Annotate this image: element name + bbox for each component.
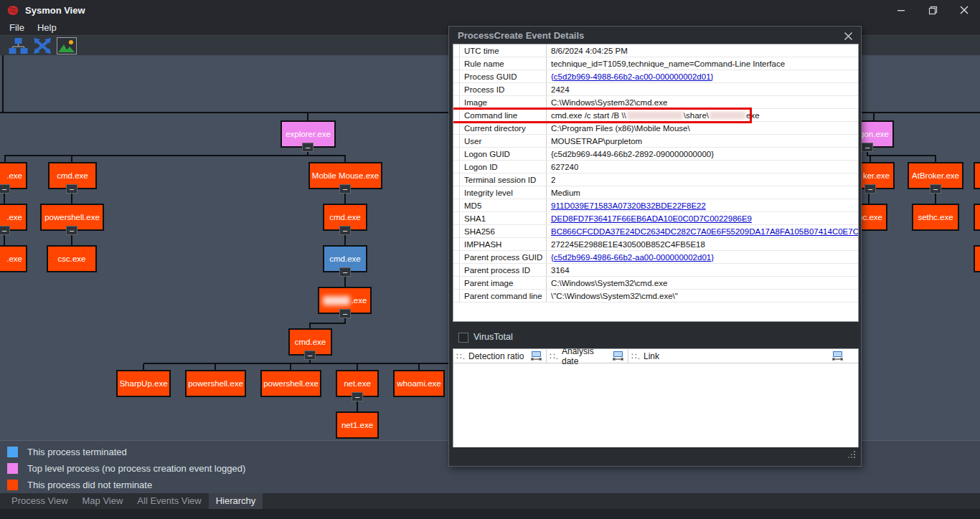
detail-field-value: 911D039E71583A07320B32BDE22F8E22 (547, 201, 706, 210)
process-node-sethc-exe[interactable]: sethc.exe (912, 204, 959, 231)
row-header-cell (453, 199, 460, 211)
collapse-toggle[interactable]: – (66, 226, 77, 235)
menu-item-file[interactable]: File (3, 21, 31, 34)
collapse-toggle[interactable]: – (862, 143, 873, 152)
process-node-sharpup-exe[interactable]: SharpUp.exe (116, 370, 171, 397)
legend-item-label: This process terminated (27, 447, 127, 457)
detail-row-rule-name: Rule nametechnique_id=T1059,technique_na… (453, 57, 858, 70)
legend-color-swatch (7, 480, 18, 490)
tab-process-view[interactable]: Process View (4, 493, 75, 509)
tree-connector-line (4, 155, 346, 156)
detail-field-value: {c5d2b969-4986-66b2-aa00-000000002d01} (547, 253, 714, 262)
column-resize-icon[interactable] (530, 351, 542, 361)
collapse-toggle[interactable]: – (930, 184, 941, 194)
detail-value-link[interactable]: {c5d2b969-4988-66b2-ac00-000000002d01} (551, 72, 713, 81)
collapse-toggle[interactable]: – (0, 226, 10, 235)
row-header-cell (453, 70, 460, 82)
detail-field-value: 2 (547, 176, 555, 184)
virustotal-checkbox[interactable] (458, 333, 468, 343)
column-resize-icon[interactable] (831, 351, 844, 361)
virustotal-grid-header: ∷.Detection ratio∷.Analysis date∷.Link (453, 349, 858, 363)
virustotal-label: VirusTotal (473, 332, 513, 342)
process-node-csc-exe[interactable]: csc.exe (47, 245, 97, 272)
collapse-toggle[interactable]: – (864, 184, 876, 194)
detail-field-value: 3164 (547, 266, 570, 275)
collapse-toggle[interactable]: – (339, 184, 351, 194)
tree-connector-line (418, 364, 420, 370)
process-node-powershell-exe[interactable]: powershell.exe (260, 370, 321, 397)
close-button[interactable] (948, 0, 980, 20)
image-export-icon[interactable] (57, 37, 77, 54)
expand-arrows-icon[interactable] (33, 37, 52, 54)
tree-connector-line (935, 156, 936, 162)
detail-field-name: UTC time (460, 44, 547, 57)
detail-field-name: Parent process ID (460, 264, 547, 276)
process-node-partial[interactable] (974, 245, 980, 272)
detail-field-name: User (460, 135, 547, 147)
maximize-button[interactable] (917, 0, 948, 20)
tree-connector-line (290, 364, 291, 370)
collapse-toggle[interactable]: – (304, 351, 316, 360)
legend-item-label: This process did not terminate (27, 480, 152, 490)
minimize-button[interactable] (885, 0, 917, 20)
vt-column-detection-ratio[interactable]: ∷.Detection ratio (453, 349, 547, 363)
tab-hierarchy[interactable]: Hierarchy (209, 493, 263, 509)
menu-item-help[interactable]: Help (31, 21, 63, 34)
collapse-toggle[interactable]: – (302, 143, 314, 152)
detail-row-parent-command-line: Parent command line\"C:\Windows\System32… (453, 290, 858, 303)
hierarchy-view-icon[interactable] (9, 37, 28, 54)
status-strip (0, 509, 980, 519)
process-node-label: .exe (352, 296, 367, 305)
detail-value-link[interactable]: {c5d2b969-4986-66b2-aa00-000000002d01} (551, 253, 714, 262)
row-header-cell (453, 238, 460, 250)
vt-column-label: Link (644, 351, 659, 361)
row-header-cell (453, 173, 460, 186)
detail-field-name: Process GUID (460, 70, 547, 82)
detail-row-parent-process-guid: Parent process GUID{c5d2b969-4986-66b2-a… (453, 251, 858, 264)
detail-value-link[interactable]: 911D039E71583A07320B32BDE22F8E22 (551, 201, 706, 210)
detail-field-name: Terminal session ID (460, 173, 547, 186)
detail-field-name: Current directory (460, 122, 547, 134)
process-node-net1-exe[interactable]: net1.exe (336, 411, 379, 439)
collapse-toggle[interactable]: – (339, 309, 351, 318)
detail-row-sha256: SHA256BC866CFCDDA37E24DC2634DC282C7A0E6F… (453, 225, 858, 238)
detail-value-link[interactable]: BC866CFCDDA37E24DC2634DC282C7A0E6F55209D… (551, 227, 858, 236)
process-node-whoami-exe[interactable]: whoami.exe (393, 370, 445, 397)
dialog-footer (449, 447, 861, 466)
detail-row-parent-process-id: Parent process ID3164 (453, 264, 858, 277)
resize-grip[interactable] (848, 449, 856, 462)
detail-row-current-directory: Current directoryC:\Program Files (x86)\… (453, 122, 858, 135)
row-header-cell (453, 225, 460, 237)
app-window: Sysmon View FileHelp (0, 0, 980, 519)
legend-color-swatch (7, 447, 18, 457)
process-node-partial[interactable] (974, 204, 980, 231)
detail-field-value: 8/6/2024 4:04:25 PM (547, 47, 628, 55)
detail-row-integrity-level: Integrity levelMedium (453, 186, 858, 199)
detail-field-value: cmd.exe /c start /B \\\share\exe (547, 111, 760, 120)
tab-all-events-view[interactable]: All Events View (130, 493, 208, 509)
collapse-toggle[interactable]: – (339, 267, 351, 277)
tab-map-view[interactable]: Map View (75, 493, 131, 509)
detail-field-name: Command line (460, 109, 547, 121)
event-details-dialog: ProcessCreate Event Details UTC time8/6/… (448, 26, 862, 467)
process-node-powershell-exe[interactable]: powershell.exe (185, 370, 246, 397)
detail-field-name: IMPHASH (460, 238, 547, 250)
vt-column-analysis-date[interactable]: ∷.Analysis date (547, 349, 628, 363)
tree-connector-line (867, 155, 936, 156)
dialog-close-icon[interactable] (842, 30, 854, 42)
collapse-toggle[interactable]: – (339, 226, 351, 235)
detail-field-name: Parent process GUID (460, 251, 547, 263)
detail-value-link[interactable]: DED8FD7F36417F66EB6ADA10E0C0D7C0022986E9 (551, 214, 752, 223)
column-resize-icon[interactable] (612, 351, 624, 361)
collapse-toggle[interactable]: – (352, 392, 363, 401)
process-node-partial[interactable] (974, 162, 980, 189)
collapse-toggle[interactable]: – (66, 184, 77, 194)
detail-field-value: MOUSETRAP\purpletom (547, 137, 642, 146)
detail-field-value: 627240 (547, 163, 578, 171)
vt-column-link[interactable]: ∷.Link (628, 349, 858, 363)
process-node--exe[interactable]: .exe (0, 245, 27, 272)
collapse-toggle[interactable]: – (0, 184, 10, 194)
legend-color-swatch (7, 463, 18, 474)
tree-connector-line (215, 364, 216, 370)
event-details-table: UTC time8/6/2024 4:04:25 PMRule nametech… (453, 44, 859, 322)
